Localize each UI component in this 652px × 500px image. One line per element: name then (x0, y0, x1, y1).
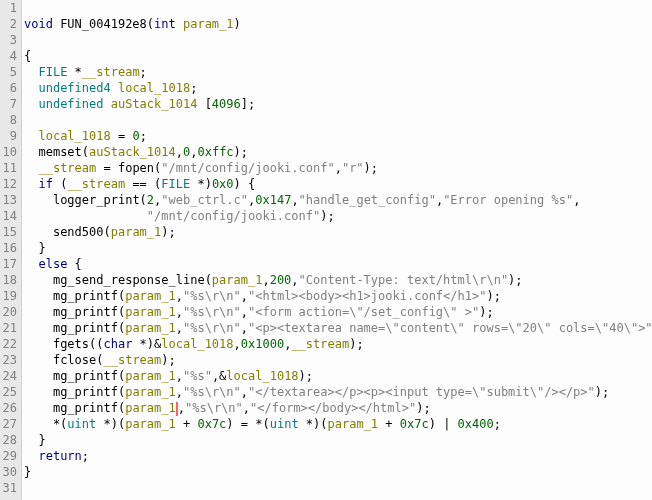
code-line[interactable]: memset(auStack_1014,0,0xffc); (24, 144, 652, 160)
code-token: param_1 (212, 273, 263, 287)
code-token: FILE (161, 177, 197, 191)
code-line[interactable]: void FUN_004192e8(int param_1) (24, 16, 652, 32)
code-token (24, 225, 53, 239)
code-line[interactable] (24, 112, 652, 128)
code-line[interactable]: { (24, 48, 652, 64)
code-line[interactable] (24, 32, 652, 48)
code-token: return (38, 449, 81, 463)
code-line[interactable]: mg_printf(param_1,"%s",&local_1018); (24, 368, 652, 384)
code-token: [ (205, 97, 212, 111)
code-line[interactable]: mg_printf(param_1,"%s\r\n","</form></bod… (24, 400, 652, 416)
code-token: ( (96, 353, 103, 367)
code-line[interactable]: send500(param_1); (24, 224, 652, 240)
code-token: "%s\r\n" (183, 289, 241, 303)
code-line[interactable]: local_1018 = 0; (24, 128, 652, 144)
code-line[interactable]: if (__stream == (FILE *)0x0) { (24, 176, 652, 192)
code-token: void (24, 17, 60, 31)
code-token: param_1 (125, 289, 176, 303)
line-number: 22 (0, 336, 17, 352)
code-token: == ( (125, 177, 161, 191)
line-number: 3 (0, 32, 17, 48)
code-token (24, 193, 53, 207)
code-line[interactable]: } (24, 240, 652, 256)
code-line[interactable]: *(uint *)(param_1 + 0x7c) = *(uint *)(pa… (24, 416, 652, 432)
line-number: 29 (0, 448, 17, 464)
code-token: param_1 (328, 417, 379, 431)
code-token: ); (595, 385, 609, 399)
code-token: param_1 (111, 225, 162, 239)
code-token (24, 305, 53, 319)
code-token: mg_printf (53, 369, 118, 383)
code-token: else (38, 257, 74, 271)
code-token: 4096 (212, 97, 241, 111)
line-number: 21 (0, 320, 17, 336)
line-number: 18 (0, 272, 17, 288)
code-token: 0x400 (458, 417, 494, 431)
code-token: ; (494, 417, 501, 431)
code-token: undefined (38, 97, 110, 111)
line-number: 19 (0, 288, 17, 304)
code-token: if (38, 177, 60, 191)
code-token: 0 (132, 129, 139, 143)
code-token: ; (140, 65, 147, 79)
code-token: fgets (53, 337, 89, 351)
code-token: , (176, 145, 183, 159)
code-line[interactable]: } (24, 432, 652, 448)
code-line[interactable]: } (24, 464, 652, 480)
code-line[interactable] (24, 480, 652, 496)
code-token: , (241, 321, 248, 335)
code-token: *)( (103, 417, 125, 431)
code-token: , (176, 385, 183, 399)
code-editor[interactable]: void FUN_004192e8(int param_1){ FILE *__… (22, 0, 652, 500)
code-token (24, 145, 38, 159)
code-token: "web_ctrl.c" (161, 193, 248, 207)
line-number: 12 (0, 176, 17, 192)
code-line[interactable]: mg_printf(param_1,"%s\r\n","<html><body>… (24, 288, 652, 304)
code-line[interactable]: undefined4 local_1018; (24, 80, 652, 96)
code-line[interactable]: else { (24, 256, 652, 272)
code-token: = (96, 161, 118, 175)
code-token: ; (140, 129, 147, 143)
code-token: ); (299, 369, 313, 383)
code-line[interactable]: fgets((char *)&local_1018,0x1000,__strea… (24, 336, 652, 352)
code-token: (( (89, 337, 103, 351)
line-number: 10 (0, 144, 17, 160)
code-token (24, 289, 53, 303)
code-token: "r" (342, 161, 364, 175)
line-number: 25 (0, 384, 17, 400)
code-token: ( (205, 273, 212, 287)
code-line[interactable]: mg_printf(param_1,"%s\r\n","<p><textarea… (24, 320, 652, 336)
code-line[interactable]: logger_print(2,"web_ctrl.c",0x147,"handl… (24, 192, 652, 208)
code-token: ); (416, 401, 430, 415)
code-token: "<form action=\"/set_config\" >" (248, 305, 479, 319)
code-line[interactable] (24, 0, 652, 16)
code-line[interactable]: mg_printf(param_1,"%s\r\n","<form action… (24, 304, 652, 320)
code-line[interactable]: FILE *__stream; (24, 64, 652, 80)
code-line[interactable]: return; (24, 448, 652, 464)
code-line[interactable]: mg_send_response_line(param_1,200,"Conte… (24, 272, 652, 288)
code-line[interactable]: fclose(__stream); (24, 352, 652, 368)
line-number: 28 (0, 432, 17, 448)
code-token: "<p><textarea name=\"content\" rows=\"20… (248, 321, 652, 335)
code-token: "/mnt/config/jooki.conf" (147, 209, 320, 223)
line-number: 23 (0, 352, 17, 368)
code-token: auStack_1014 (111, 97, 205, 111)
code-token: mg_send_response_line (53, 273, 205, 287)
line-number: 7 (0, 96, 17, 112)
code-token: uint (67, 417, 103, 431)
code-token: ( (147, 17, 154, 31)
line-number: 4 (0, 48, 17, 64)
code-token: 0x147 (255, 193, 291, 207)
code-line[interactable]: undefined auStack_1014 [4096]; (24, 96, 652, 112)
code-token (24, 449, 38, 463)
code-token: param_1 (125, 385, 176, 399)
code-token: mg_printf (53, 401, 118, 415)
line-number: 16 (0, 240, 17, 256)
line-number: 1 (0, 0, 17, 16)
code-token: , (176, 369, 183, 383)
code-token: , (241, 289, 248, 303)
code-line[interactable]: "/mnt/config/jooki.conf"); (24, 208, 652, 224)
code-line[interactable]: __stream = fopen("/mnt/config/jooki.conf… (24, 160, 652, 176)
code-line[interactable]: mg_printf(param_1,"%s\r\n","</textarea><… (24, 384, 652, 400)
code-token: ]; (241, 97, 255, 111)
